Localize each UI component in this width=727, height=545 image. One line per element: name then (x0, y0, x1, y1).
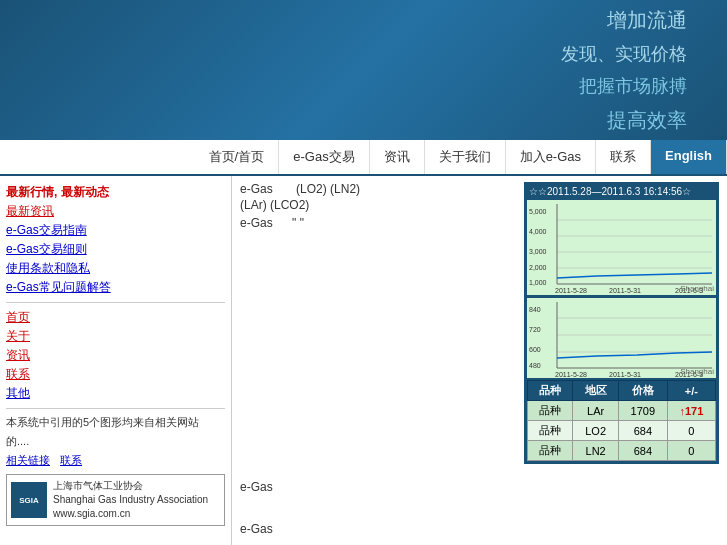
sidebar-link-home[interactable]: 首页 (6, 309, 225, 326)
sidebar-link-about[interactable]: 关于 (6, 328, 225, 345)
banner-line2: 发现、实现价格 (561, 38, 687, 70)
nav-join[interactable]: 加入e-Gas (506, 140, 596, 174)
nav-home[interactable]: 首页/首页 (195, 140, 280, 174)
th-price: 价格 (618, 381, 667, 401)
td-price1: 1709 (618, 401, 667, 421)
svg-text:600: 600 (529, 346, 541, 353)
nav-contact[interactable]: 联系 (596, 140, 651, 174)
egas-note: e-Gas (240, 216, 273, 230)
content-row3: e-Gas (240, 522, 719, 536)
svg-text:2011-5-28: 2011-5-28 (555, 371, 587, 378)
nav-about[interactable]: 关于我们 (425, 140, 506, 174)
td-change3: 0 (667, 441, 715, 461)
svg-text:3,000: 3,000 (529, 248, 547, 255)
svg-text:2011-5-28: 2011-5-28 (555, 287, 587, 294)
svg-text:5,000: 5,000 (529, 208, 547, 215)
svg-text:2011-5-31: 2011-5-31 (609, 287, 641, 294)
chart-area2: 840 720 600 480 2011-5-28 2011-5-31 2 (527, 298, 716, 378)
sidebar-link-other[interactable]: 其他 (6, 385, 225, 402)
chart-header: ☆☆2011.5.28—2011.6.3 16:14:56☆ (527, 185, 716, 198)
sgia-logo: SGIA (11, 482, 47, 518)
td-variety1: 品种 (528, 401, 573, 421)
banner-text: 增加流通 发现、实现价格 把握市场脉搏 提高效率 (561, 2, 687, 139)
sidebar-notice2: 的.... (6, 434, 225, 449)
banner-line4: 提高效率 (561, 102, 687, 138)
sgia-url: www.sgia.com.cn (53, 507, 208, 521)
svg-text:480: 480 (529, 362, 541, 369)
data-table: 品种 地区 价格 +/- 品种 LAr 1709 ↑171 品种 LO2 (527, 380, 716, 461)
sgia-name: 上海市气体工业协会 (53, 479, 208, 493)
content-text1: e-Gas (LO2) (LN2) (LAr) (LCO2) e-Gas " " (240, 182, 516, 230)
nav-news[interactable]: 资讯 (370, 140, 425, 174)
svg-text:840: 840 (529, 306, 541, 313)
sidebar-small-link1[interactable]: 相关链接 (6, 454, 50, 466)
table-header-row: 品种 地区 价格 +/- (528, 381, 716, 401)
sidebar-link-info[interactable]: 资讯 (6, 347, 225, 364)
gas-types: (LO2) (LN2) (296, 182, 360, 196)
td-region3: LN2 (573, 441, 618, 461)
td-region2: LO2 (573, 421, 618, 441)
td-variety2: 品种 (528, 421, 573, 441)
th-change: +/- (667, 381, 715, 401)
content-text2: e-Gas (240, 480, 719, 494)
quote-mark: " " (292, 216, 304, 230)
sgia-info: 上海市气体工业协会 Shanghai Gas Industry Associat… (53, 479, 208, 521)
egas-label: e-Gas (240, 182, 273, 196)
td-region1: LAr (573, 401, 618, 421)
chart-panel1: ☆☆2011.5.28—2011.6.3 16:14:56☆ 5,000 4,0… (524, 182, 719, 464)
sidebar-link-news[interactable]: 最新资讯 (6, 203, 225, 220)
egas-label2: e-Gas (240, 480, 273, 494)
banner-line1: 增加流通 (561, 2, 687, 38)
chart1-svg: 5,000 4,000 3,000 2,000 1,000 (527, 200, 716, 295)
sidebar-link-guide[interactable]: e-Gas交易指南 (6, 222, 225, 239)
svg-text:1,000: 1,000 (529, 279, 547, 286)
chart2-location: Shanghai (680, 367, 714, 376)
svg-rect-5 (557, 204, 712, 284)
banner: 增加流通 发现、实现价格 把握市场脉搏 提高效率 (0, 0, 727, 140)
td-change2: 0 (667, 421, 715, 441)
td-variety3: 品种 (528, 441, 573, 461)
sidebar: 最新行情, 最新动态 最新资讯 e-Gas交易指南 e-Gas交易细则 使用条款… (0, 176, 232, 545)
th-region: 地区 (573, 381, 618, 401)
svg-text:720: 720 (529, 326, 541, 333)
svg-text:2011-5-31: 2011-5-31 (609, 371, 641, 378)
sgia-eng: Shanghai Gas Industry Association (53, 493, 208, 507)
chart1-location: Shanghai (680, 284, 714, 293)
chart2-svg: 840 720 600 480 2011-5-28 2011-5-31 2 (527, 298, 716, 378)
sidebar-divider1 (6, 302, 225, 303)
nav-english[interactable]: English (651, 140, 727, 174)
sidebar-link-faq[interactable]: e-Gas常见问题解答 (6, 279, 225, 296)
sidebar-title: 最新行情, 最新动态 (6, 184, 225, 201)
table-row: 品种 LO2 684 0 (528, 421, 716, 441)
td-change1: ↑171 (667, 401, 715, 421)
td-price2: 684 (618, 421, 667, 441)
content-area: e-Gas (LO2) (LN2) (LAr) (LCO2) e-Gas " "… (232, 176, 727, 545)
sgia-box: SGIA 上海市气体工业协会 Shanghai Gas Industry Ass… (6, 474, 225, 526)
sidebar-divider2 (6, 408, 225, 409)
egas-label3: e-Gas (240, 522, 273, 536)
sidebar-small-link2[interactable]: 联系 (60, 454, 82, 466)
content-row1: e-Gas (LO2) (LN2) (LAr) (LCO2) e-Gas " "… (240, 182, 719, 464)
navbar: 首页/首页 e-Gas交易 资讯 关于我们 加入e-Gas 联系 English (0, 140, 727, 176)
table-row: 品种 LN2 684 0 (528, 441, 716, 461)
navbar-spacer (0, 140, 195, 174)
sidebar-link-contact[interactable]: 联系 (6, 366, 225, 383)
table-row: 品种 LAr 1709 ↑171 (528, 401, 716, 421)
svg-text:2,000: 2,000 (529, 264, 547, 271)
banner-line3: 把握市场脉搏 (561, 70, 687, 102)
svg-text:4,000: 4,000 (529, 228, 547, 235)
content-row2: e-Gas (240, 480, 719, 494)
sidebar-link-rules[interactable]: e-Gas交易细则 (6, 241, 225, 258)
chart-area1: 5,000 4,000 3,000 2,000 1,000 (527, 200, 716, 295)
nav-egas[interactable]: e-Gas交易 (279, 140, 369, 174)
th-variety: 品种 (528, 381, 573, 401)
row1-text: e-Gas (LO2) (LN2) (240, 182, 516, 196)
td-price3: 684 (618, 441, 667, 461)
content-text3: e-Gas (240, 522, 719, 536)
row1-note: e-Gas " " (240, 216, 516, 230)
main-layout: 最新行情, 最新动态 最新资讯 e-Gas交易指南 e-Gas交易细则 使用条款… (0, 176, 727, 545)
sidebar-link-terms[interactable]: 使用条款和隐私 (6, 260, 225, 277)
gas-sub: (LAr) (LCO2) (240, 198, 309, 212)
row1-sub: (LAr) (LCO2) (240, 198, 516, 212)
sidebar-notice: 本系统中引用的5个图形均来自相关网站 (6, 415, 225, 430)
